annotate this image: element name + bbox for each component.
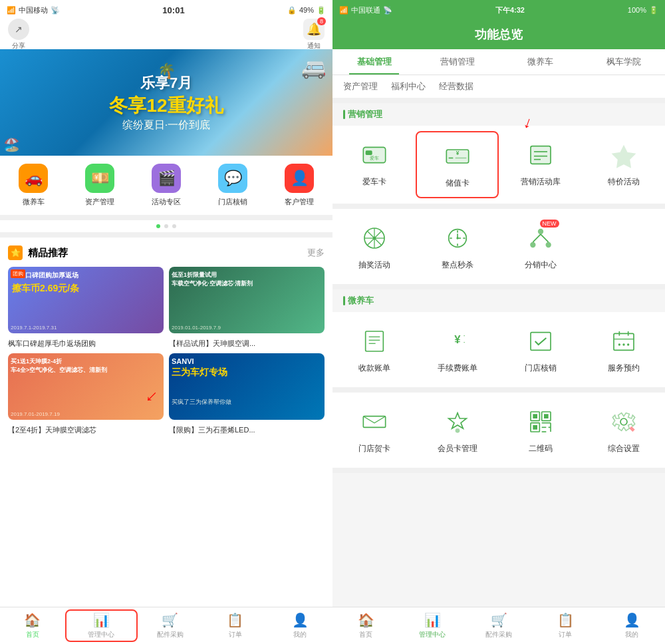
feature-greeting-card[interactable]: 门店贺卡 [332, 398, 416, 462]
left-carrier: 📶 中国移动 📡 [7, 5, 60, 15]
product-card-1[interactable]: 枫车口碑团购加厚返场 擦车币2.69元/条 2019.7.1-2019.7.31… [8, 267, 164, 333]
sub-menu: 资产管理 福利中心 经营数据 ↓ [332, 75, 665, 103]
signal-icon: 📶 [7, 6, 16, 15]
right-tab-mine[interactable]: 👤 我的 [598, 612, 665, 639]
store-icon: 💬 [218, 164, 247, 193]
left-tab-mine[interactable]: 👤 我的 [267, 612, 332, 639]
sub-welfare[interactable]: 福利中心 [391, 80, 426, 92]
rec-header: ⭐ 精品推荐 更多 [8, 245, 325, 260]
menu-item-weiyangche[interactable]: 🚗 微养车 [0, 164, 66, 207]
feature-membership[interactable]: 会员卡管理 [416, 398, 499, 462]
cart-icon: 🛒 [162, 612, 178, 628]
page-title: 功能总览 [475, 27, 523, 43]
battery-icon: 🔋 [317, 6, 326, 15]
car-icon: 🚗 [19, 164, 48, 193]
wifi-icon: 📡 [51, 6, 60, 15]
left-banner[interactable]: 乐享7月 冬享12重好礼 缤纷夏日·一价到底 🚐 🏖️ 🌴 [0, 49, 332, 156]
svg-rect-9 [531, 146, 551, 164]
right-carrier: 📶 中国联通 📡 [339, 5, 392, 15]
receipt-icon [358, 325, 390, 357]
left-tab-parts[interactable]: 🛒 配件采购 [138, 612, 203, 639]
right-profile-icon: 👤 [624, 612, 640, 628]
right-signal-icon: 📶 [339, 6, 348, 15]
red-arrow-left: ↓ [142, 385, 164, 407]
right-header: 功能总览 [332, 20, 665, 49]
svg-point-49 [455, 428, 460, 433]
feature-store-verify[interactable]: 门店核销 [499, 317, 582, 382]
product-labels-row-2: 【2至4折】天珅膜空调滤芯 【限购】三为石墨烯LED... [8, 425, 325, 434]
right-battery-icon: 🔋 [649, 6, 658, 15]
banner-circle: 🌴 [158, 63, 176, 80]
left-top-nav: ↗ 分享 🔔 8 通知 [0, 20, 332, 49]
dot-2 [164, 224, 168, 228]
feature-receipt[interactable]: 收款账单 [332, 317, 416, 382]
svg-rect-53 [544, 414, 549, 418]
sub-data[interactable]: 经营数据 [439, 80, 473, 92]
left-tab-home[interactable]: 🏠 首页 [0, 612, 65, 639]
right-tab-home[interactable]: 🏠 首页 [332, 612, 399, 639]
rec-more[interactable]: 更多 [307, 247, 325, 259]
svg-line-31 [533, 234, 541, 242]
tab-marketing-management[interactable]: 营销管理 [416, 49, 499, 75]
feature-settings[interactable]: 综合设置 [582, 398, 665, 462]
feature-flash-sale[interactable]: 整点秒杀 [416, 214, 499, 279]
recommendation-section: ⭐ 精品推荐 更多 枫车口碑团购加厚返场 擦车币2.69元/条 2019.7.1… [0, 238, 332, 443]
tab-basic-management[interactable]: 基础管理 [332, 49, 416, 75]
sub-asset[interactable]: 资产管理 [343, 80, 378, 92]
menu-item-asset[interactable]: 💴 资产管理 [66, 164, 133, 207]
tab-fengche-academy[interactable]: 枫车学院 [582, 49, 665, 75]
notification-icon: 🔔 8 [303, 19, 325, 40]
feature-aiche-card[interactable]: 爱车 爱车卡 [332, 131, 416, 198]
svg-point-28 [537, 229, 543, 234]
svg-rect-41 [614, 333, 634, 350]
svg-point-46 [622, 343, 624, 345]
special-icon [608, 139, 640, 171]
right-time: 下午4:32 [495, 5, 525, 15]
right-scrollable-content[interactable]: 营销管理 爱车 爱车卡 [332, 103, 665, 644]
svg-text:¥: ¥ [456, 150, 459, 156]
feature-store-card[interactable]: ¥ 储值卡 [416, 131, 499, 198]
feature-appointment[interactable]: 服务预约 [582, 317, 665, 382]
share-button[interactable]: ↗ 分享 [8, 19, 29, 51]
right-tab-nav: 基础管理 营销管理 微养车 枫车学院 [332, 49, 665, 75]
menu-item-activity[interactable]: 🎬 活动专区 [133, 164, 200, 207]
product-card-2[interactable]: 低至1折限量试用车载空气净化·空调滤芯·清新剂 2019.01.01-2019.… [169, 267, 325, 333]
feature-marketing-lib[interactable]: 营销活动库 [499, 131, 582, 198]
notification-button[interactable]: 🔔 8 通知 [303, 19, 325, 51]
feature-qrcode[interactable]: 二维码 [499, 398, 582, 462]
product-card-4[interactable]: SANVI 三为车灯专场 买疯了三为保养帮你做 [169, 353, 325, 420]
marketing-section-label: 营销管理 [332, 103, 665, 126]
product-card-3[interactable]: 买1送1天珅膜2-4折车4全>空气净化、空调滤芯、清新剂 2019.7.01-2… [8, 353, 164, 420]
banner-items-icon: 🏖️ [3, 136, 20, 152]
feature-fee-bill[interactable]: ¥ · · 手续费账单 [416, 317, 499, 382]
profile-icon: 👤 [292, 612, 309, 628]
section-bar [343, 110, 345, 119]
feature-special[interactable]: 特价活动 [582, 131, 665, 198]
marketing-features-row2: 抽奖活动 整点秒杀 [332, 209, 665, 289]
left-tab-management[interactable]: 📊 管理中心 [65, 609, 138, 642]
svg-point-47 [627, 343, 629, 345]
banner-car-icon: 🚐 [301, 56, 326, 79]
right-tab-orders[interactable]: 📋 订单 [532, 612, 598, 639]
menu-item-customer[interactable]: 👤 客户管理 [266, 164, 332, 207]
svg-point-19 [372, 237, 376, 240]
left-bottom-tabbar: 🏠 首页 📊 管理中心 🛒 配件采购 📋 订单 👤 我的 [0, 607, 332, 644]
right-tab-parts[interactable]: 🛒 配件采购 [466, 612, 532, 639]
feature-lottery[interactable]: 抽奖活动 [332, 214, 416, 279]
tab-micro-car[interactable]: 微养车 [499, 49, 582, 75]
feature-distribution[interactable]: NEW 分销中心 [499, 214, 582, 279]
flash-sale-icon [442, 222, 473, 254]
right-tab-management[interactable]: 📊 管理中心 [399, 612, 466, 639]
micro-car-section-label: 微养车 [332, 289, 665, 312]
svg-point-45 [618, 343, 620, 345]
right-status-bar: 📶 中国联通 📡 下午4:32 100% 🔋 [332, 0, 665, 20]
svg-point-29 [530, 242, 535, 247]
right-order-icon: 📋 [557, 612, 574, 628]
right-management-icon: 📊 [424, 612, 441, 628]
left-tab-orders[interactable]: 📋 订单 [203, 612, 268, 639]
asset-icon: 💴 [85, 164, 114, 193]
share-icon: ↗ [8, 19, 29, 40]
micro-features-row1: 收款账单 ¥ · · 手续费账单 [332, 312, 665, 393]
menu-item-store[interactable]: 💬 门店核销 [200, 164, 266, 207]
appointment-icon [608, 325, 640, 357]
